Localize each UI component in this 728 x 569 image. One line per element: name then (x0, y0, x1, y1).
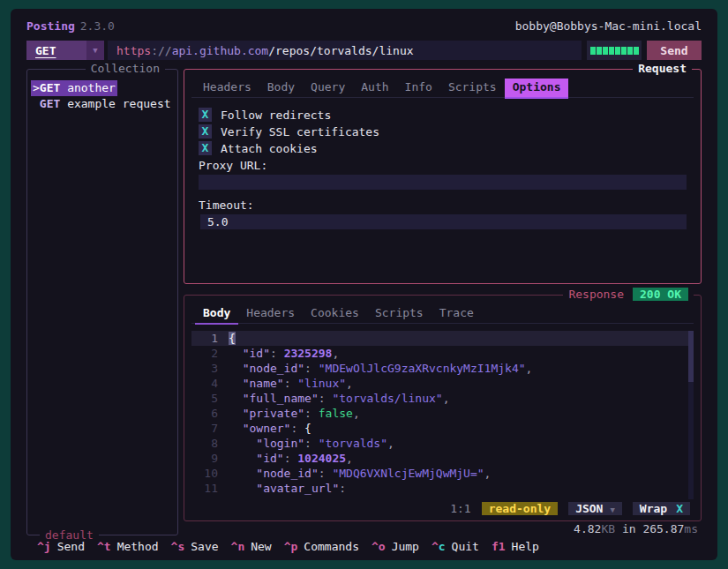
code-token: : (304, 407, 319, 420)
code-content: "private": false, (218, 406, 360, 421)
response-tab-cookies[interactable]: Cookies (303, 304, 367, 323)
request-panel: Request HeadersBodyQueryAuthInfoScriptsO… (184, 69, 702, 284)
app-title: Posting2.3.0 (26, 19, 115, 33)
send-button[interactable]: Send (647, 41, 702, 60)
code-token: , (346, 377, 353, 390)
progress-bar (587, 41, 642, 60)
url-host: api.github.com (172, 44, 269, 57)
checkbox-label: Attach cookies (221, 141, 318, 156)
app-name: Posting (26, 19, 75, 33)
keybinding-key: ^s (171, 540, 185, 553)
code-content: "full_name": "torvalds/linux", (218, 391, 449, 406)
request-name-label: another (60, 81, 116, 94)
url-input[interactable]: https://api.github.com/repos/torvalds/li… (108, 41, 582, 60)
proxy-url-input[interactable] (199, 175, 687, 190)
code-token: : (339, 482, 346, 495)
code-token: "name" (229, 377, 284, 390)
code-token: : (290, 422, 304, 435)
request-tab-options[interactable]: Options (505, 79, 569, 97)
progress-block (634, 47, 639, 55)
response-time: 265.87 (642, 522, 684, 535)
code-token: , (387, 437, 394, 450)
code-token: : (304, 437, 319, 450)
code-content: "login": "torvalds", (218, 436, 394, 451)
progress-block (603, 47, 608, 55)
wrap-checkbox-value: X (676, 502, 683, 515)
option-checkbox-row[interactable]: XFollow redirects (199, 107, 687, 123)
request-tab-info[interactable]: Info (397, 79, 440, 97)
request-tab-query[interactable]: Query (303, 79, 353, 97)
collection-panel: Collection >GET another GET example requ… (26, 69, 178, 535)
collection-list: >GET another GET example request (31, 80, 174, 112)
keybinding-key: ^p (284, 540, 298, 553)
keybinding-quit[interactable]: ^cQuit (432, 540, 492, 553)
keybinding-label: Quit (452, 540, 479, 553)
checkbox-checked-icon[interactable]: X (199, 108, 212, 122)
response-tab-body[interactable]: Body (195, 304, 238, 323)
checkbox-checked-icon[interactable]: X (199, 124, 212, 139)
code-line: 11 "avatar_url": (191, 481, 694, 496)
code-line: 3 "node_id": "MDEwOlJlcG9zaXRvcnkyMzI1Mj… (191, 361, 694, 376)
collection-item[interactable]: GET example request (31, 96, 174, 112)
code-token: : (319, 467, 333, 480)
request-tab-scripts[interactable]: Scripts (440, 79, 505, 97)
code-content: "id": 1024025, (218, 451, 353, 466)
code-content: "node_id": "MDQ6VXNlcjEwMjQwMjU=", (218, 466, 491, 481)
keybinding-label: Method (117, 540, 159, 553)
response-tabs: BodyHeadersCookiesScriptsTrace (191, 304, 694, 324)
line-number: 3 (191, 361, 218, 376)
code-token: "private" (229, 407, 304, 420)
cursor-position: 1:1 (450, 502, 470, 515)
line-number: 4 (191, 376, 218, 391)
top-bar: Posting2.3.0 bobby@Bobbys-Mac-mini.local (26, 16, 702, 35)
response-tab-headers[interactable]: Headers (238, 304, 303, 323)
keybinding-jump[interactable]: ^oJump (372, 540, 432, 553)
request-tab-auth[interactable]: Auth (353, 79, 396, 97)
method-select[interactable]: GET ▼ (26, 41, 104, 60)
code-token: false (319, 407, 353, 420)
line-number: 2 (191, 346, 218, 361)
keybinding-commands[interactable]: ^pCommands (284, 540, 372, 553)
option-checkbox-row[interactable]: XVerify SSL certificates (199, 124, 687, 139)
response-size: 4.82 (574, 522, 601, 535)
code-token: "avatar_url" (229, 482, 339, 495)
code-token: : (284, 452, 298, 465)
line-number: 10 (191, 466, 218, 481)
keybinding-help[interactable]: f1Help (492, 540, 552, 553)
line-number: 9 (191, 451, 218, 466)
scrollbar-thumb[interactable] (688, 331, 694, 382)
request-name-label: example request (60, 97, 170, 110)
keybinding-key-char: c (439, 540, 446, 553)
request-tab-headers[interactable]: Headers (195, 79, 259, 97)
proxy-url-label: Proxy URL: (199, 158, 687, 174)
response-tab-trace[interactable]: Trace (432, 304, 482, 323)
code-line: 6 "private": false, (191, 406, 694, 421)
response-panel: Response 200 OK BodyHeadersCookiesScript… (184, 295, 702, 521)
wrap-toggle[interactable]: WrapX (633, 502, 690, 515)
response-tab-scripts[interactable]: Scripts (367, 304, 432, 323)
code-token: , (443, 392, 450, 405)
response-size-unit: KB (601, 522, 615, 535)
response-title-group: Response 200 OK (563, 288, 694, 301)
request-tab-body[interactable]: Body (259, 79, 303, 97)
line-number: 8 (191, 436, 218, 451)
collection-item[interactable]: >GET another (31, 80, 117, 96)
code-line: 1{ (191, 331, 694, 346)
posting-app: Posting2.3.0 bobby@Bobbys-Mac-mini.local… (11, 9, 717, 560)
line-number: 11 (191, 481, 218, 496)
format-select[interactable]: JSON▼ (568, 502, 622, 515)
keybinding-save[interactable]: ^sSave (171, 540, 231, 553)
keybinding-label: Save (191, 540, 218, 553)
keybinding-label: Jump (392, 540, 419, 553)
response-body-editor[interactable]: 1{2 "id": 2325298,3 "node_id": "MDEwOlJl… (191, 331, 694, 499)
keybinding-new[interactable]: ^nNew (231, 540, 284, 553)
keybinding-method[interactable]: ^tMethod (97, 540, 171, 553)
editor-scrollbar[interactable] (688, 331, 694, 499)
timeout-input[interactable]: 5.0 (200, 214, 687, 229)
checkbox-checked-icon[interactable]: X (199, 141, 212, 155)
code-content: "id": 2325298, (218, 346, 339, 361)
progress-block (615, 47, 620, 55)
code-token: : (284, 377, 298, 390)
option-checkbox-row[interactable]: XAttach cookies (199, 140, 687, 156)
code-token: { (304, 422, 311, 435)
